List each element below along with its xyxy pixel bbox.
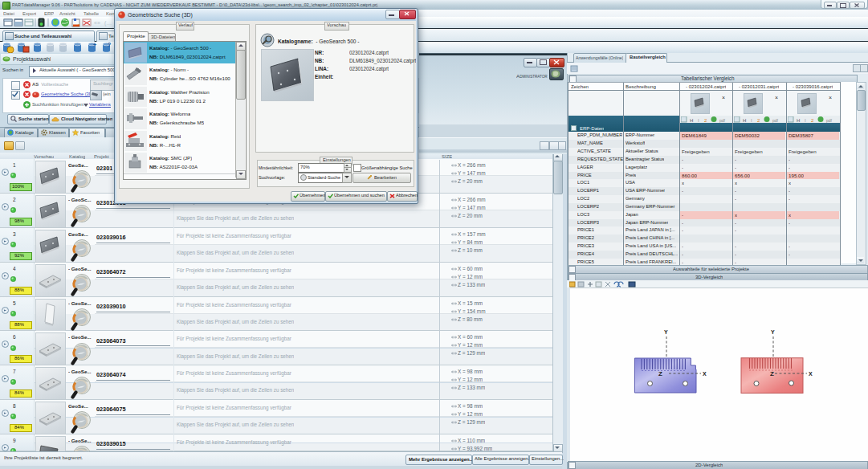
svg-text:2: 2 bbox=[757, 118, 760, 123]
svg-text:2: 2 bbox=[811, 118, 814, 123]
svg-text:I: I bbox=[805, 118, 806, 123]
svg-text:pdf: pdf bbox=[772, 118, 779, 123]
svg-text:2: 2 bbox=[704, 118, 707, 123]
svg-text:+: + bbox=[93, 42, 96, 47]
svg-text:Z: Z bbox=[770, 370, 774, 377]
svg-text:H: H bbox=[690, 118, 693, 123]
svg-text:pdf: pdf bbox=[826, 118, 833, 123]
svg-text:H: H bbox=[743, 118, 746, 123]
svg-text:Y: Y bbox=[771, 329, 775, 335]
svg-text:Z: Z bbox=[658, 370, 662, 377]
svg-text:pdf: pdf bbox=[719, 118, 726, 123]
svg-text:H: H bbox=[797, 118, 800, 123]
svg-text:I: I bbox=[698, 118, 699, 123]
svg-text:X: X bbox=[809, 371, 813, 377]
svg-text:(…: (… bbox=[104, 20, 112, 27]
svg-text:Y: Y bbox=[664, 329, 668, 335]
svg-text:X: X bbox=[703, 371, 707, 377]
svg-text:?: ? bbox=[108, 42, 111, 47]
svg-text:«»: «» bbox=[94, 20, 100, 26]
svg-text:I: I bbox=[751, 118, 752, 123]
